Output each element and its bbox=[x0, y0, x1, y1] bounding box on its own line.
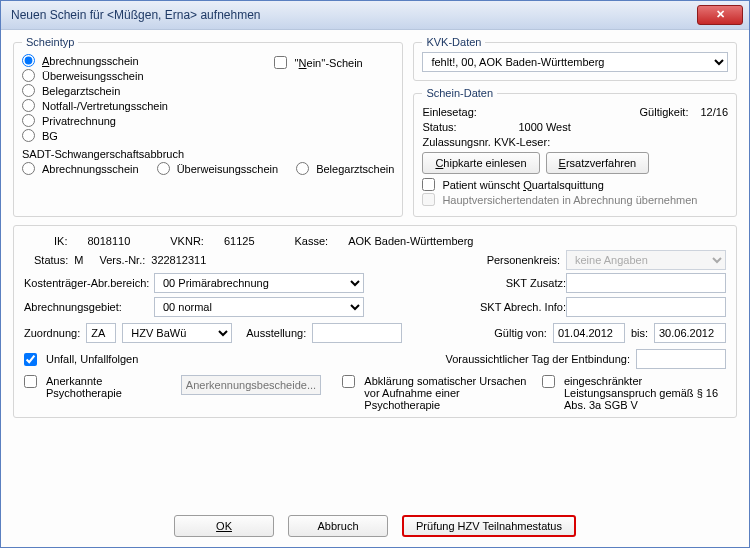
kvk-select[interactable]: fehlt!, 00, AOK Baden-Württemberg bbox=[422, 52, 728, 72]
entbindung-label: Voraussichtlicher Tag der Entbindung: bbox=[446, 353, 630, 365]
scheindaten-group: Schein-Daten Einlesetag: Gültigkeit: 12/… bbox=[413, 87, 737, 217]
scheintyp-legend: Scheintyp bbox=[22, 36, 78, 48]
status-value: 1000 West bbox=[518, 121, 570, 133]
label-psychotherapie: Anerkannte Psychotherapie bbox=[46, 375, 175, 399]
skt-zusatz-input[interactable] bbox=[566, 273, 726, 293]
gueltig-von-label: Gültig von: bbox=[494, 327, 547, 339]
check-eingeschraenkt[interactable] bbox=[542, 375, 555, 388]
skt-zusatz-label: SKT Zusatz: bbox=[466, 277, 566, 289]
check-hauptversicherte bbox=[422, 193, 435, 206]
einlesetag-label: Einlesetag: bbox=[422, 106, 512, 118]
hzv-check-button[interactable]: Prüfung HZV Teilnahmestatus bbox=[402, 515, 576, 537]
ok-button[interactable]: OK bbox=[174, 515, 274, 537]
gueltig-von-input[interactable] bbox=[553, 323, 625, 343]
kostentraeger-label: Kostenträger-Abr.bereich: bbox=[24, 277, 154, 289]
label-eingeschraenkt: eingeschränkter Leistungsanspruch gemäß … bbox=[564, 375, 726, 411]
sadt-label: SADT-Schwangerschaftsabbruch bbox=[22, 148, 394, 160]
radio-abrechnungsschein[interactable] bbox=[22, 54, 35, 67]
zulassung-label: Zulassungsnr. KVK-Leser: bbox=[422, 136, 550, 148]
label-nein-schein: ''Nein''-Schein bbox=[294, 57, 362, 69]
bis-input[interactable] bbox=[654, 323, 726, 343]
skt-abrech-input[interactable] bbox=[566, 297, 726, 317]
close-button[interactable]: ✕ bbox=[697, 5, 743, 25]
label-abklaerung: Abklärung somatischer Ursachen vor Aufna… bbox=[364, 375, 536, 411]
label-sadt-belegarzt: Belegarztschein bbox=[316, 163, 394, 175]
personenkreis-select: keine Angaben bbox=[566, 250, 726, 270]
label-bg: BG bbox=[42, 130, 58, 142]
dialog-content: Scheintyp Abrechnungsschein Überweisungs… bbox=[1, 30, 749, 547]
label-quartalsquittung: Patient wünscht Quartalsquittung bbox=[442, 179, 603, 191]
cancel-button[interactable]: Abbruch bbox=[288, 515, 388, 537]
kvk-group: KVK-Daten fehlt!, 00, AOK Baden-Württemb… bbox=[413, 36, 737, 81]
label-unfall: Unfall, Unfallfolgen bbox=[46, 353, 138, 365]
status-label: Status: bbox=[422, 121, 512, 133]
dialog-window: Neuen Schein für <Müßgen, Erna> aufnehme… bbox=[0, 0, 750, 548]
label-notfall: Notfall-/Vertretungsschein bbox=[42, 100, 168, 112]
check-unfall[interactable] bbox=[24, 353, 37, 366]
scheintyp-group: Scheintyp Abrechnungsschein Überweisungs… bbox=[13, 36, 403, 217]
label-privatrechnung: Privatrechnung bbox=[42, 115, 116, 127]
ik-label: IK: bbox=[54, 235, 67, 247]
vknr-label: VKNR: bbox=[170, 235, 204, 247]
versnr-label: Vers.-Nr.: bbox=[99, 254, 145, 266]
vknr-value: 61125 bbox=[224, 235, 255, 247]
abrechgebiet-label: Abrechnungsgebiet: bbox=[24, 301, 154, 313]
radio-sadt-ueberweisung[interactable] bbox=[157, 162, 170, 175]
check-quartalsquittung[interactable] bbox=[422, 178, 435, 191]
gueltigkeit-label: Gültigkeit: bbox=[640, 106, 689, 118]
label-ueberweisungsschein: Überweisungsschein bbox=[42, 70, 144, 82]
radio-sadt-belegarzt[interactable] bbox=[296, 162, 309, 175]
check-psychotherapie[interactable] bbox=[24, 375, 37, 388]
abrechgebiet-select[interactable]: 00 normal bbox=[154, 297, 364, 317]
footer-buttons: OK Abbruch Prüfung HZV Teilnahmestatus bbox=[1, 515, 749, 537]
check-abklaerung[interactable] bbox=[342, 375, 355, 388]
details-group: IK: 8018110 VKNR: 61125 Kasse: AOK Baden… bbox=[13, 225, 737, 418]
label-belegarztschein: Belegarztschein bbox=[42, 85, 120, 97]
skt-abrech-label: SKT Abrech. Info: bbox=[466, 301, 566, 313]
radio-ueberweisungsschein[interactable] bbox=[22, 69, 35, 82]
radio-bg[interactable] bbox=[22, 129, 35, 142]
status2-value: M bbox=[74, 254, 83, 266]
zuordnung-za-input[interactable] bbox=[86, 323, 116, 343]
ausstellung-input[interactable] bbox=[312, 323, 402, 343]
anerkennung-input bbox=[181, 375, 321, 395]
bis-label: bis: bbox=[631, 327, 648, 339]
radio-belegarztschein[interactable] bbox=[22, 84, 35, 97]
check-nein-schein[interactable] bbox=[274, 56, 287, 69]
label-sadt-abrechnung: Abrechnungsschein bbox=[42, 163, 139, 175]
ersatzverfahren-button[interactable]: Ersatzverfahren bbox=[546, 152, 650, 174]
entbindung-input[interactable] bbox=[636, 349, 726, 369]
radio-privatrechnung[interactable] bbox=[22, 114, 35, 127]
titlebar: Neuen Schein für <Müßgen, Erna> aufnehme… bbox=[1, 1, 749, 30]
label-sadt-ueberweisung: Überweisungsschein bbox=[177, 163, 279, 175]
kvk-legend: KVK-Daten bbox=[422, 36, 485, 48]
ausstellung-label: Ausstellung: bbox=[246, 327, 306, 339]
kostentraeger-select[interactable]: 00 Primärabrechnung bbox=[154, 273, 364, 293]
zuordnung-label: Zuordnung: bbox=[24, 327, 80, 339]
kasse-value: AOK Baden-Württemberg bbox=[348, 235, 473, 247]
chipkarte-button[interactable]: Chipkarte einlesen bbox=[422, 152, 539, 174]
label-abrechnungsschein: Abrechnungsschein bbox=[42, 55, 139, 67]
personenkreis-label: Personenkreis: bbox=[460, 254, 560, 266]
window-title: Neuen Schein für <Müßgen, Erna> aufnehme… bbox=[11, 8, 697, 22]
ik-value: 8018110 bbox=[87, 235, 130, 247]
status2-label: Status: bbox=[34, 254, 68, 266]
radio-sadt-abrechnung[interactable] bbox=[22, 162, 35, 175]
zuordnung-hzv-select[interactable]: HZV BaWü bbox=[122, 323, 232, 343]
radio-notfall[interactable] bbox=[22, 99, 35, 112]
kasse-label: Kasse: bbox=[295, 235, 329, 247]
scheindaten-legend: Schein-Daten bbox=[422, 87, 497, 99]
versnr-value: 322812311 bbox=[151, 254, 206, 266]
label-hauptversicherte: Hauptversichertendaten in Abrechnung übe… bbox=[442, 194, 697, 206]
gueltigkeit-value: 12/16 bbox=[700, 106, 728, 118]
